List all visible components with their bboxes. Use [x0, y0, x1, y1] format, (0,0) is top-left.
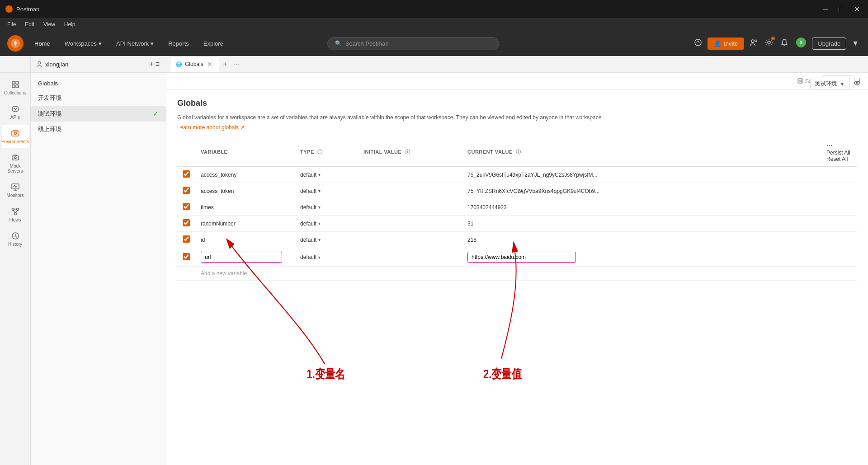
col-variable: VARIABLE — [195, 138, 295, 166]
var-name-1: access_tokeny — [201, 172, 236, 178]
minimize-button[interactable]: ─ — [820, 4, 830, 14]
learn-more-link[interactable]: Learn more about globals ↗ — [177, 124, 245, 131]
close-button[interactable]: ✕ — [851, 4, 863, 14]
env-dev-name: 开发环境 — [38, 94, 159, 102]
svg-rect-9 — [16, 81, 19, 84]
type-info-icon: ⓘ — [317, 149, 323, 155]
var-current-4: 31 — [467, 221, 473, 227]
tab-globals-label: Globals — [185, 61, 203, 67]
upgrade-arrow-btn[interactable]: ▼ — [850, 38, 861, 49]
env-eye-btn[interactable] — [854, 80, 861, 88]
var-current-1: 75_2ukV9G6sfTu49xpT2aYJL_ng9yC2sJs8Ypwjs… — [467, 172, 597, 178]
var-current-2: 75_YtFZSRn6XfcVOt9gVVba9Xns4qpgGK9ul4COb… — [467, 188, 599, 194]
initial-info-icon: ⓘ — [405, 149, 410, 155]
content-area: Save Export ℹ Globals Global variables f… — [166, 73, 868, 465]
maximize-button[interactable]: □ — [836, 4, 846, 14]
menu-edit[interactable]: Edit — [21, 20, 38, 29]
var-checkbox-4[interactable] — [183, 219, 190, 226]
svg-point-3 — [755, 40, 757, 42]
nav-api-network[interactable]: API Network ▾ — [111, 38, 159, 50]
invite-button[interactable]: 👤 Invite — [708, 38, 744, 50]
var-checkbox-3[interactable] — [183, 203, 190, 210]
var-checkbox-6[interactable] — [183, 253, 190, 260]
sidebar-item-environments[interactable]: Environments — [2, 125, 29, 148]
sidebar-history-label: History — [8, 242, 22, 247]
type-arrow-icon-3: ▾ — [318, 205, 321, 210]
topnav-right: 👤 Invite X Upgrade ▼ — [692, 35, 861, 52]
tab-bar: 🌐 Globals ✕ + ··· — [166, 56, 868, 72]
sidebar-icons: Collections APIs Environments Mock Serve… — [0, 73, 31, 465]
nav-workspaces[interactable]: Workspaces ▾ — [59, 38, 107, 50]
svg-point-7 — [38, 61, 41, 64]
sidebar-item-monitors[interactable]: Monitors — [2, 179, 29, 202]
user-account-btn[interactable]: xiongjian — [36, 61, 68, 68]
menubar: File Edit View Help — [0, 18, 868, 31]
menu-view[interactable]: View — [40, 20, 59, 29]
env-active-check-icon: ✓ — [153, 109, 159, 118]
svg-rect-11 — [16, 85, 19, 88]
globals-container: Globals Global variables for a workspace… — [166, 89, 868, 465]
add-variable-row[interactable]: Add a new variable — [177, 267, 857, 281]
sidebar-item-mock-servers[interactable]: Mock Servers — [2, 150, 29, 177]
env-selector[interactable]: 测试环境 ▼ — [810, 78, 850, 90]
var-checkbox-2[interactable] — [183, 187, 190, 194]
col-initial-value: INITIAL VALUE ⓘ — [358, 138, 462, 166]
search-bar[interactable]: 🔍 Search Postman — [327, 37, 499, 50]
sort-btn[interactable]: ≡ — [155, 59, 160, 69]
var-checkbox-5[interactable] — [183, 235, 190, 243]
settings-icon-btn[interactable] — [763, 37, 775, 50]
sidebar-item-flows[interactable]: Flows — [2, 203, 29, 226]
invite-icon: 👤 — [714, 40, 721, 47]
add-variable-placeholder: Add a new variable — [201, 270, 247, 277]
env-item-globals[interactable]: Globals — [31, 76, 166, 90]
type-arrow-icon-5: ▾ — [318, 237, 321, 242]
table-row: access_tokeny default ▾ 75_2ukV9G6sfTu49… — [177, 166, 857, 183]
environment-list: Globals 开发环境 测试环境 ✓ 线上环境 — [31, 73, 166, 465]
var-type-1: default — [300, 172, 316, 178]
tab-globals[interactable]: 🌐 Globals ✕ — [170, 56, 219, 72]
env-selector-arrow-icon: ▼ — [840, 81, 845, 87]
nav-explore[interactable]: Explore — [198, 38, 229, 50]
env-test-name: 测试环境 — [38, 110, 153, 118]
svg-point-13 — [14, 132, 16, 135]
nav-home[interactable]: Home — [29, 38, 56, 50]
sync-icon-btn[interactable] — [692, 37, 704, 50]
titlebar: Postman ─ □ ✕ — [0, 0, 868, 18]
svg-rect-12 — [12, 131, 19, 136]
sidebar-item-apis[interactable]: APIs — [2, 101, 29, 123]
new-environment-btn[interactable]: + — [148, 59, 155, 70]
var-name-input-6[interactable] — [201, 252, 282, 263]
menu-help[interactable]: Help — [61, 20, 79, 29]
var-checkbox-1[interactable] — [183, 170, 190, 178]
sidebar-environments-label: Environments — [1, 139, 29, 144]
table-row: access_token default ▾ 75_YtFZSRn6XfcVOt… — [177, 183, 857, 199]
var-current-3: 1703402444923 — [467, 204, 507, 211]
sidebar-flows-label: Flows — [9, 217, 21, 222]
tab-add-btn[interactable]: + — [220, 59, 231, 70]
variables-table: VARIABLE TYPE ⓘ INITIAL VALUE ⓘ — [177, 138, 857, 281]
sidebar-item-history[interactable]: History — [2, 228, 29, 250]
type-arrow-icon-4: ▾ — [318, 221, 321, 226]
notifications-icon-btn[interactable] — [778, 37, 790, 50]
env-item-test[interactable]: 测试环境 ✓ — [31, 106, 166, 122]
nav-reports[interactable]: Reports — [163, 38, 194, 50]
sidebar-mock-label: Mock Servers — [4, 164, 27, 174]
topnav: Home Workspaces ▾ API Network ▾ Reports … — [0, 31, 868, 56]
col-current-value: CURRENT VALUE ⓘ — [462, 138, 821, 166]
sidebar-item-collections[interactable]: Collections — [2, 76, 29, 99]
persist-all-btn[interactable]: Persist All — [826, 150, 850, 156]
var-current-input-6[interactable] — [467, 252, 576, 263]
avatar-btn[interactable]: X — [794, 35, 808, 52]
search-placeholder: Search Postman — [345, 40, 389, 47]
globals-description: Global variables for a workspace are a s… — [177, 113, 857, 122]
col-more-btn[interactable]: ··· — [826, 141, 832, 150]
upgrade-button[interactable]: Upgrade — [812, 38, 846, 50]
menu-file[interactable]: File — [4, 20, 19, 29]
env-item-prod[interactable]: 线上环境 — [31, 122, 166, 137]
people-icon-btn[interactable] — [748, 37, 760, 50]
env-item-dev[interactable]: 开发环境 — [31, 90, 166, 106]
settings-badge — [771, 37, 775, 40]
reset-all-btn[interactable]: Reset All — [826, 156, 848, 162]
tab-close-btn[interactable]: ✕ — [206, 61, 213, 68]
tab-more-btn[interactable]: ··· — [231, 60, 242, 69]
